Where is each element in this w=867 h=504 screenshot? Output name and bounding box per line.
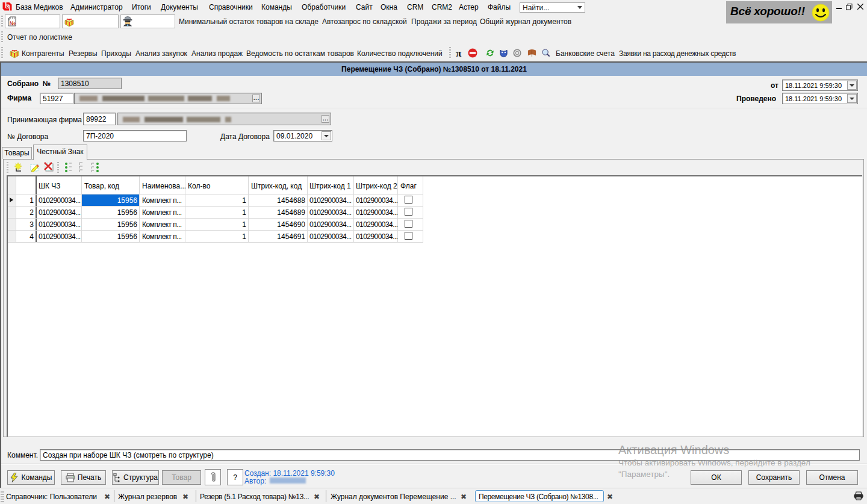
svg-text:№: № [10,20,16,26]
